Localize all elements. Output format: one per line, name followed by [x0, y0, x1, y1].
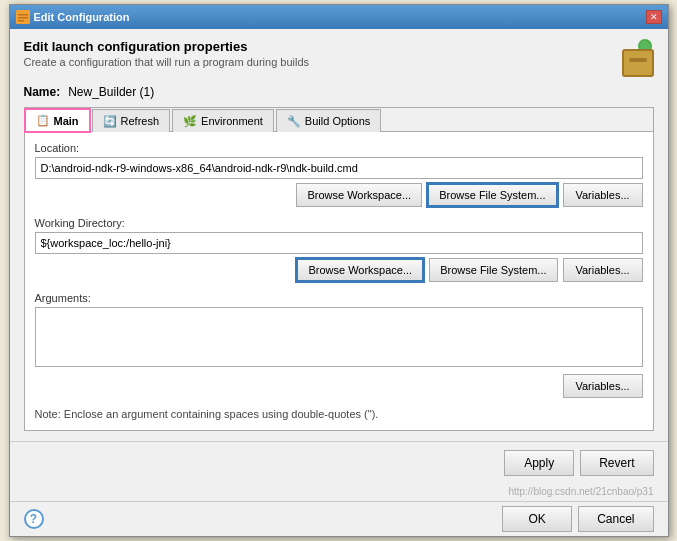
location-label: Location:: [35, 142, 643, 154]
working-dir-browse-workspace-button[interactable]: Browse Workspace...: [296, 258, 424, 282]
title-bar-left: Edit Configuration: [16, 10, 130, 24]
window-title: Edit Configuration: [34, 11, 130, 23]
location-group: Location: Browse Workspace... Browse Fil…: [35, 142, 643, 207]
location-browse-filesystem-button[interactable]: Browse File System...: [427, 183, 557, 207]
build-options-tab-icon: 🔧: [287, 115, 301, 128]
watermark: http://blog.csdn.net/21cnbao/p31: [10, 484, 668, 501]
tab-main[interactable]: 📋 Main: [25, 109, 90, 132]
tab-refresh[interactable]: 🔄 Refresh: [92, 109, 171, 132]
footer-right-buttons: OK Cancel: [502, 506, 653, 532]
refresh-tab-icon: 🔄: [103, 115, 117, 128]
window-body: Edit launch configuration properties Cre…: [10, 29, 668, 441]
toolbox-icon: [622, 49, 654, 77]
page-title: Edit launch configuration properties: [24, 39, 310, 54]
location-buttons: Browse Workspace... Browse File System..…: [35, 183, 643, 207]
environment-tab-label: Environment: [201, 115, 263, 127]
working-dir-variables-button[interactable]: Variables...: [563, 258, 643, 282]
window-icon: [16, 10, 30, 24]
panel-content: Location: Browse Workspace... Browse Fil…: [25, 132, 653, 430]
arguments-textarea[interactable]: [35, 307, 643, 367]
toolbox-handle: [629, 58, 647, 62]
arguments-buttons: Variables...: [35, 374, 643, 398]
location-input[interactable]: [35, 157, 643, 179]
header-icon: [616, 39, 654, 77]
title-controls: ✕: [646, 10, 662, 24]
svg-rect-3: [18, 20, 24, 22]
location-variables-button[interactable]: Variables...: [563, 183, 643, 207]
working-directory-input[interactable]: [35, 232, 643, 254]
arguments-label: Arguments:: [35, 292, 643, 304]
svg-rect-2: [18, 17, 28, 19]
note-text: Note: Enclose an argument containing spa…: [35, 408, 643, 420]
svg-rect-1: [18, 14, 28, 16]
working-directory-group: Working Directory: Browse Workspace... B…: [35, 217, 643, 282]
close-button[interactable]: ✕: [646, 10, 662, 24]
main-tab-label: Main: [54, 115, 79, 127]
tab-bar: 📋 Main 🔄 Refresh 🌿 Environment 🔧 Build O…: [25, 108, 653, 132]
tab-environment[interactable]: 🌿 Environment: [172, 109, 274, 132]
name-label: Name:: [24, 85, 61, 99]
name-value: New_Builder (1): [68, 85, 154, 99]
working-dir-browse-filesystem-button[interactable]: Browse File System...: [429, 258, 557, 282]
apply-button[interactable]: Apply: [504, 450, 574, 476]
working-directory-buttons: Browse Workspace... Browse File System..…: [35, 258, 643, 282]
tab-build-options[interactable]: 🔧 Build Options: [276, 109, 381, 132]
header-section: Edit launch configuration properties Cre…: [24, 39, 654, 77]
header-text: Edit launch configuration properties Cre…: [24, 39, 310, 68]
revert-button[interactable]: Revert: [580, 450, 653, 476]
main-panel: 📋 Main 🔄 Refresh 🌿 Environment 🔧 Build O…: [24, 107, 654, 431]
main-tab-icon: 📋: [36, 114, 50, 127]
cancel-button[interactable]: Cancel: [578, 506, 653, 532]
location-browse-workspace-button[interactable]: Browse Workspace...: [296, 183, 422, 207]
refresh-tab-label: Refresh: [121, 115, 160, 127]
environment-tab-icon: 🌿: [183, 115, 197, 128]
arguments-group: Arguments: Variables...: [35, 292, 643, 398]
page-subtitle: Create a configuration that will run a p…: [24, 56, 310, 68]
name-row: Name: New_Builder (1): [24, 85, 654, 99]
ok-button[interactable]: OK: [502, 506, 572, 532]
title-bar: Edit Configuration ✕: [10, 5, 668, 29]
help-button[interactable]: ?: [24, 509, 44, 529]
footer-bar: ? OK Cancel: [10, 501, 668, 536]
build-options-tab-label: Build Options: [305, 115, 370, 127]
edit-configuration-window: Edit Configuration ✕ Edit launch configu…: [9, 4, 669, 537]
bottom-buttons-row: Apply Revert: [10, 441, 668, 484]
working-directory-label: Working Directory:: [35, 217, 643, 229]
arguments-variables-button[interactable]: Variables...: [563, 374, 643, 398]
watermark-text: http://blog.csdn.net/21cnbao/p31: [508, 486, 653, 497]
